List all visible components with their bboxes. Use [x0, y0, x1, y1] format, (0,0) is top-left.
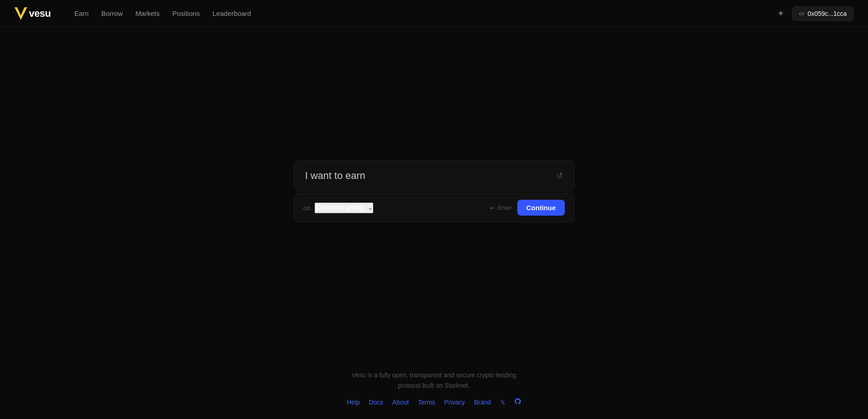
logo-link[interactable]: vesu	[14, 7, 51, 20]
footer-links: Help Docs About Terms Privacy Brand 𝕏	[9, 398, 859, 406]
main-nav: Earn Borrow Markets Positions Leaderboar…	[69, 7, 257, 20]
continue-button[interactable]: Continue	[517, 200, 565, 216]
nav-markets[interactable]: Markets	[130, 7, 165, 20]
asset-right: ↵ Enter Continue	[490, 200, 565, 216]
nav-leaderboard[interactable]: Leaderboard	[207, 7, 257, 20]
logo-text: vesu	[29, 8, 51, 19]
earn-title: I want to earn	[305, 170, 365, 182]
github-icon	[514, 399, 521, 406]
earn-card: I want to earn ↺ on Choose asset ⌄ ↵ Ent…	[294, 160, 574, 222]
reset-icon: ↺	[556, 171, 563, 180]
chevron-down-icon: ⌄	[368, 205, 372, 211]
footer-link-privacy[interactable]: Privacy	[444, 399, 465, 406]
footer: Vesu is a fully open, transparent and se…	[0, 356, 868, 419]
svg-marker-0	[14, 7, 27, 20]
twitter-icon: 𝕏	[500, 399, 505, 406]
on-label: on	[303, 204, 311, 212]
main-content: I want to earn ↺ on Choose asset ⌄ ↵ Ent…	[0, 27, 868, 356]
choose-asset-button[interactable]: Choose asset ⌄	[315, 202, 374, 213]
header-right: ☀ ▭ 0x059c...1cca	[775, 6, 854, 21]
asset-left: on Choose asset ⌄	[303, 202, 373, 213]
footer-link-help[interactable]: Help	[347, 399, 360, 406]
choose-asset-label: Choose asset	[315, 203, 366, 212]
logo-icon	[14, 7, 27, 20]
footer-link-terms[interactable]: Terms	[418, 399, 435, 406]
enter-hint-label: Enter	[498, 204, 512, 211]
footer-tagline: Vesu is a fully open, transparent and se…	[9, 370, 859, 390]
enter-arrow-icon: ↵	[490, 204, 495, 212]
nav-positions[interactable]: Positions	[167, 7, 205, 20]
nav-borrow[interactable]: Borrow	[96, 7, 129, 20]
footer-link-brand[interactable]: Brand	[474, 399, 491, 406]
reset-button[interactable]: ↺	[556, 171, 563, 181]
twitter-icon-link[interactable]: 𝕏	[500, 399, 505, 406]
footer-tagline-line2: protocol built on Starknet.	[398, 382, 470, 389]
earn-input-box: I want to earn ↺	[294, 160, 574, 191]
nav-earn[interactable]: Earn	[69, 7, 94, 20]
header: vesu Earn Borrow Markets Positions Leade…	[0, 0, 868, 27]
theme-toggle-button[interactable]: ☀	[775, 6, 787, 20]
github-icon-link[interactable]	[514, 398, 521, 406]
wallet-address: 0x059c...1cca	[808, 10, 847, 17]
header-left: vesu Earn Borrow Markets Positions Leade…	[14, 7, 257, 20]
wallet-button[interactable]: ▭ 0x059c...1cca	[792, 6, 854, 21]
asset-row: on Choose asset ⌄ ↵ Enter Continue	[294, 193, 574, 222]
sun-icon: ☀	[777, 9, 784, 18]
enter-hint: ↵ Enter	[490, 204, 512, 212]
wallet-icon: ▭	[799, 10, 804, 17]
footer-link-about[interactable]: About	[392, 399, 409, 406]
footer-link-docs[interactable]: Docs	[369, 399, 383, 406]
footer-tagline-line1: Vesu is a fully open, transparent and se…	[352, 371, 516, 379]
